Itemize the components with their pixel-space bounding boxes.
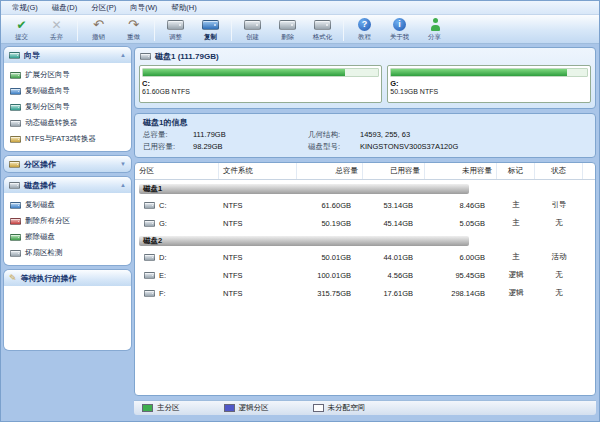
drive-icon: [10, 104, 21, 111]
section-disk-ops-header[interactable]: 磁盘操作 ▲: [4, 177, 131, 193]
disk-model-value: KINGSTONSV300S37A120G: [360, 142, 587, 152]
about-label: 关于我: [390, 33, 410, 42]
sidebar-item-wipe-disk[interactable]: 擦除磁盘: [7, 229, 128, 245]
sidebar: 向导 ▲ 扩展分区向导 复制磁盘向导 复制分区向导: [4, 47, 131, 415]
table-row-d[interactable]: D: NTFS 50.01GB 44.01GB 6.00GB 主 活动: [135, 248, 595, 266]
col-flag[interactable]: 标记: [497, 163, 535, 179]
col-filesystem[interactable]: 文件系统: [219, 163, 297, 179]
disk-icon: [9, 182, 20, 189]
cell-used: 4.56GB: [363, 271, 425, 280]
sidebar-item-delete-all-partitions[interactable]: 删除所有分区: [7, 213, 128, 229]
col-status[interactable]: 状态: [535, 163, 583, 179]
discard-button[interactable]: ✕ 丢弃: [39, 17, 74, 43]
disk1-header[interactable]: 磁盘1 (111.79GB): [139, 50, 591, 65]
drive-icon: [10, 234, 21, 241]
create-button[interactable]: 创建: [235, 17, 270, 43]
resize-button[interactable]: 调整: [158, 17, 193, 43]
partition-block-c[interactable]: C: 61.60GB NTFS: [139, 65, 382, 103]
sidebar-item-copy-disk[interactable]: 复制磁盘: [7, 197, 128, 213]
drive-icon: [167, 18, 184, 32]
drive-icon: [279, 18, 296, 32]
disk2-group-row[interactable]: 磁盘2: [135, 232, 595, 248]
copy-label: 复制: [204, 33, 217, 42]
col-used[interactable]: 已用容量: [363, 163, 425, 179]
sidebar-item-label: 擦除磁盘: [25, 232, 55, 242]
disk-info-panel: 磁盘1的信息 总容量: 111.79GB 几何结构: 14593, 255, 6…: [134, 113, 596, 158]
commit-button[interactable]: ✔ 提交: [4, 17, 39, 43]
chevron-up-icon[interactable]: ▲: [120, 52, 126, 58]
used-capacity-label: 已用容量:: [143, 142, 193, 152]
share-button[interactable]: 分享: [417, 17, 452, 43]
table-row-e[interactable]: E: NTFS 100.01GB 4.56GB 95.45GB 逻辑 无: [135, 266, 595, 284]
drive-icon: [10, 88, 21, 95]
group-label: 磁盘2: [143, 236, 162, 246]
drive-icon: [144, 202, 155, 209]
menu-partition[interactable]: 分区(P): [84, 2, 123, 14]
sidebar-item-label: 删除所有分区: [25, 216, 70, 226]
drive-icon: [10, 136, 21, 143]
tutorial-label: 教程: [358, 33, 371, 42]
sidebar-item-bad-sector-test[interactable]: 坏扇区检测: [7, 245, 128, 261]
table-row-c[interactable]: C: NTFS 61.60GB 53.14GB 8.46GB 主 引导: [135, 196, 595, 214]
partition-size: 50.19GB NTFS: [390, 88, 588, 95]
sidebar-item-copy-disk-wizard[interactable]: 复制磁盘向导: [7, 83, 128, 99]
chevron-down-icon[interactable]: ▼: [120, 161, 126, 167]
sidebar-item-copy-partition-wizard[interactable]: 复制分区向导: [7, 99, 128, 115]
cell-free: 298.14GB: [425, 289, 497, 298]
resize-label: 调整: [169, 33, 182, 42]
section-pending-ops-header[interactable]: ✎ 等待执行的操作: [4, 270, 131, 286]
menu-general[interactable]: 常规(G): [5, 2, 45, 14]
cell-total: 61.60GB: [297, 201, 363, 210]
drive-icon: [314, 18, 331, 32]
cell-total: 315.75GB: [297, 289, 363, 298]
cell-flag: 主: [497, 252, 535, 262]
commit-label: 提交: [15, 33, 28, 42]
drive-blue-icon: [202, 18, 219, 32]
cell-fs: NTFS: [219, 271, 297, 280]
col-partition[interactable]: 分区: [135, 163, 219, 179]
cell-used: 53.14GB: [363, 201, 425, 210]
redo-label: 重做: [127, 33, 140, 42]
sidebar-item-label: 复制磁盘向导: [25, 86, 70, 96]
format-button[interactable]: 格式化: [305, 17, 340, 43]
section-wizards-header[interactable]: 向导 ▲: [4, 47, 131, 63]
section-disk-ops: 磁盘操作 ▲ 复制磁盘 删除所有分区 擦除磁盘: [4, 177, 131, 265]
redo-button[interactable]: ↷ 重做: [116, 17, 151, 43]
section-partition-ops-header[interactable]: 分区操作 ▼: [4, 156, 131, 172]
legend-unallocated: 未分配空间: [313, 403, 366, 413]
sidebar-item-extend-partition-wizard[interactable]: 扩展分区向导: [7, 67, 128, 83]
check-icon: ✔: [16, 18, 26, 32]
content-area: 向导 ▲ 扩展分区向导 复制磁盘向导 复制分区向导: [1, 44, 599, 421]
delete-button[interactable]: 删除: [270, 17, 305, 43]
sidebar-item-dynamic-disk-converter[interactable]: 动态磁盘转换器: [7, 115, 128, 131]
chevron-up-icon[interactable]: ▲: [120, 182, 126, 188]
main-area: 磁盘1 (111.79GB) C: 61.60GB NTFS G: 50.19G…: [134, 47, 596, 415]
col-total[interactable]: 总容量: [297, 163, 363, 179]
toolbar: ✔ 提交 ✕ 丢弃 ↶ 撤销 ↷ 重做 调整 复制 创建: [1, 15, 599, 44]
menu-disk[interactable]: 磁盘(D): [45, 2, 84, 14]
partition-block-g[interactable]: G: 50.19GB NTFS: [387, 65, 591, 103]
table-row-f[interactable]: F: NTFS 315.75GB 17.61GB 298.14GB 逻辑 无: [135, 284, 595, 302]
undo-icon: ↶: [93, 18, 104, 32]
cell-partition: D:: [159, 253, 167, 262]
discard-label: 丢弃: [50, 33, 63, 42]
table-row-g[interactable]: G: NTFS 50.19GB 45.14GB 5.05GB 主 无: [135, 214, 595, 232]
toolbar-separator: [77, 19, 78, 41]
menu-help[interactable]: 帮助(H): [164, 2, 203, 14]
copy-button[interactable]: 复制: [193, 17, 228, 43]
sidebar-item-ntfs-fat32-converter[interactable]: NTFS与FAT32转换器: [7, 131, 128, 147]
disk1-group-row[interactable]: 磁盘1: [135, 180, 595, 196]
tutorial-button[interactable]: ? 教程: [347, 17, 382, 43]
col-free[interactable]: 未用容量: [425, 163, 497, 179]
partition-letter: C:: [142, 79, 379, 88]
share-label: 分享: [428, 33, 441, 42]
disk-info-grid: 总容量: 111.79GB 几何结构: 14593, 255, 63 已用容量:…: [143, 130, 587, 152]
cell-status: 活动: [535, 252, 583, 262]
about-button[interactable]: i 关于我: [382, 17, 417, 43]
legend-label: 逻辑分区: [239, 403, 269, 413]
menu-wizard[interactable]: 向导(W): [123, 2, 164, 14]
undo-button[interactable]: ↶ 撤销: [81, 17, 116, 43]
format-label: 格式化: [313, 33, 333, 42]
drive-icon: [10, 120, 21, 127]
table-header-row: 分区 文件系统 总容量 已用容量 未用容量 标记 状态: [135, 163, 595, 180]
